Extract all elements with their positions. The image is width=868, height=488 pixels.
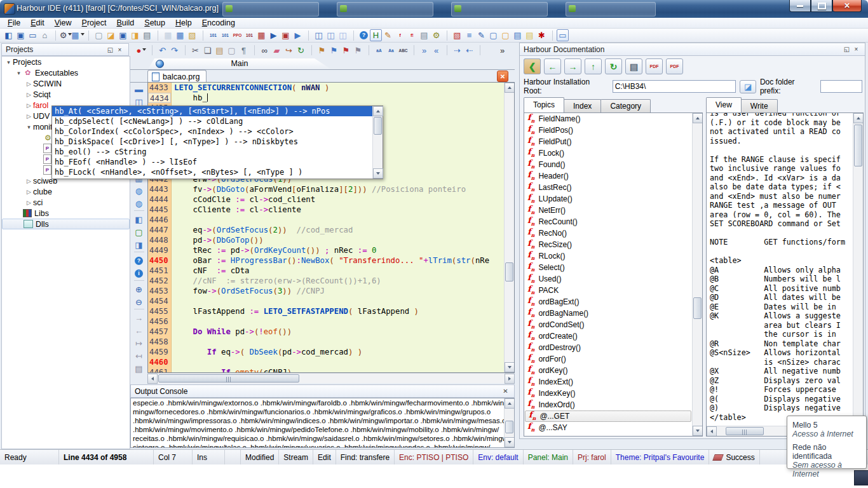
tab-index[interactable]: Index [564, 99, 601, 112]
scroll-thumb[interactable] [693, 297, 702, 319]
pane-left-icon[interactable]: ◧ [133, 214, 145, 226]
table-light-icon[interactable]: ▦ [162, 29, 174, 41]
tree-item-projects[interactable]: ▾Projects [2, 57, 130, 67]
help-icon[interactable]: ? [133, 255, 145, 267]
save-file-icon[interactable]: ▣ [117, 29, 129, 41]
rebuild-icon[interactable]: ▣ [280, 29, 292, 41]
compile-dark-icon[interactable]: 101 [243, 29, 255, 41]
tab-main[interactable]: Main [148, 58, 331, 69]
menu-view[interactable]: View [50, 18, 77, 28]
table-edit-icon[interactable]: ▧ [186, 29, 198, 41]
font-bigger-icon[interactable]: aA [373, 44, 385, 57]
copy-icon[interactable]: ❏ [201, 44, 214, 57]
topic-item[interactable]: fnRecNo() [524, 227, 692, 239]
tree-item-clube[interactable]: ▷clube [2, 186, 130, 197]
topic-item[interactable]: fnordCreate() [524, 330, 692, 342]
new-file-icon[interactable]: ▢ [93, 29, 105, 41]
menu-project[interactable]: Project [77, 18, 112, 28]
collapsed-arrow-icon[interactable]: ▷ [25, 113, 33, 119]
collapsed-arrow-icon[interactable]: ▷ [25, 178, 33, 184]
edit-doc-icon[interactable]: ✎ [382, 29, 394, 41]
highlight-icon[interactable]: ▰ [271, 44, 283, 57]
dropdown-arrow-icon[interactable] [142, 48, 146, 53]
tree-item-executables[interactable]: ▾✿Executables [2, 67, 130, 78]
note-icon[interactable]: ▤ [524, 29, 536, 41]
topics-vscrollbar[interactable] [692, 113, 702, 436]
close-button[interactable]: ✕ [832, 0, 862, 12]
record-icon[interactable]: ● [135, 44, 147, 57]
open-file-icon[interactable]: ◪ [105, 29, 117, 41]
installation-root-input[interactable] [613, 80, 736, 93]
scroll-up-button[interactable] [853, 113, 864, 123]
close-panel-icon[interactable]: × [115, 45, 125, 54]
autocomplete-item[interactable]: hb_At( <cSearch>, <cString>, [<nStart>],… [52, 106, 372, 116]
bug-icon[interactable]: ✱ [536, 29, 548, 41]
topic-item[interactable]: fnordKey() [524, 365, 692, 376]
menu-file[interactable]: File [3, 18, 25, 28]
code-line[interactable]: 4434 hb_ [148, 93, 504, 103]
code-line[interactable]: 4447 eq->(OrdSetFocus(2)) //cod_mercad [148, 225, 504, 235]
font-smaller-icon[interactable]: Aa [385, 44, 397, 57]
code-line[interactable]: 4459 If eq->( DbSeek(pd->cod_mercad) ) [148, 347, 504, 357]
collapsed-arrow-icon[interactable]: ▷ [25, 189, 33, 195]
topic-item[interactable]: fnLastRec() [524, 182, 692, 193]
scroll-right-button[interactable] [505, 374, 515, 384]
autocomplete-item[interactable]: hb_ColorIndex( <cColorSpec>, <nIndex> ) … [52, 126, 372, 137]
menu-edit[interactable]: Edit [25, 18, 50, 28]
topic-item[interactable]: fnFound() [524, 159, 692, 170]
topic-item[interactable]: fn@...SAY [524, 422, 692, 433]
function-alt-icon[interactable]: f! [406, 29, 418, 41]
expanded-arrow-icon[interactable]: ▾ [15, 70, 23, 76]
nav-back-icon[interactable]: ← [133, 325, 145, 337]
autocomplete-item[interactable]: hb_cdpSelect( [<cNewLang>] ) --> cOldLan… [52, 116, 372, 126]
menu-encoding[interactable]: Encoding [197, 18, 240, 28]
split-top-icon[interactable]: ▬ [133, 83, 145, 95]
menu-build[interactable]: Build [112, 18, 140, 28]
tab-write[interactable]: Write [741, 99, 778, 112]
scroll-thumb[interactable] [158, 374, 299, 383]
topic-item[interactable]: fnRLock() [524, 250, 692, 262]
topic-item[interactable]: fnPACK [524, 285, 692, 296]
nav-first-icon[interactable]: ↤ [133, 350, 145, 362]
topic-item[interactable]: fnIndexExt() [524, 376, 692, 388]
topic-item[interactable]: fnLUpdate() [524, 193, 692, 205]
scroll-up-button[interactable] [505, 398, 515, 409]
topic-item[interactable]: fnFieldName() [524, 113, 692, 125]
scroll-left-button[interactable] [147, 374, 158, 384]
desktop-icon[interactable]: ▭ [27, 29, 39, 41]
code-line[interactable]: 4445 cCliente := cl->cliente [148, 205, 504, 215]
collapsed-arrow-icon[interactable]: ▷ [25, 200, 33, 206]
collapsed-arrow-icon[interactable]: ▷ [25, 102, 33, 109]
scroll-down-button[interactable] [505, 362, 515, 372]
close-file-button[interactable]: ✕ [497, 71, 508, 82]
topic-item[interactable]: fnIndexKey() [524, 388, 692, 399]
topic-item[interactable]: fnRecCount() [524, 216, 692, 227]
move-right-icon[interactable]: ⇢ [451, 44, 463, 57]
autocomplete-item[interactable]: hb_FLock( <nHandle>, <nOffset>, <nBytes>… [52, 167, 372, 177]
console-vscrollbar[interactable] [504, 398, 514, 447]
view-mode-icon[interactable]: ▦ [72, 29, 84, 41]
topic-item[interactable]: fnHeader() [524, 170, 692, 182]
code-line[interactable]: 4460 [148, 357, 504, 367]
doc-prefix-input[interactable] [820, 80, 862, 93]
tab-category[interactable]: Category [600, 99, 651, 112]
expanded-arrow-icon[interactable]: ▾ [4, 59, 13, 65]
scroll-thumb[interactable] [726, 427, 764, 435]
code-line[interactable]: 4451 cNF := cDta [148, 266, 504, 276]
code-line[interactable]: 4458 [148, 337, 504, 347]
collapsed-arrow-icon[interactable]: ▷ [25, 92, 33, 98]
browse-folder-button[interactable]: ◪ [740, 80, 756, 93]
tree-item-sci[interactable]: ▷sci [2, 197, 130, 208]
dropdown-arrow-icon[interactable] [81, 33, 85, 37]
code-line[interactable]: 4444 cCodClie := cl->cod_client [148, 194, 504, 205]
editor-hscrollbar[interactable] [147, 373, 515, 383]
indent-icon[interactable]: » [418, 44, 430, 57]
window-orange-icon[interactable]: ▢ [499, 29, 512, 41]
topic-item[interactable]: fnFieldPos() [524, 125, 692, 136]
harbour-help-icon[interactable]: H [370, 29, 382, 41]
bookmark-clear-icon[interactable]: ⚑ [352, 44, 364, 57]
web-sync-icon[interactable]: ◍ [133, 198, 145, 210]
tools-icon[interactable]: ⚙ [60, 29, 72, 41]
output-console[interactable]: especie.o .hbmk/win/mingw/extornos.o .hb… [130, 398, 515, 448]
print-icon[interactable]: ▤ [141, 29, 153, 41]
